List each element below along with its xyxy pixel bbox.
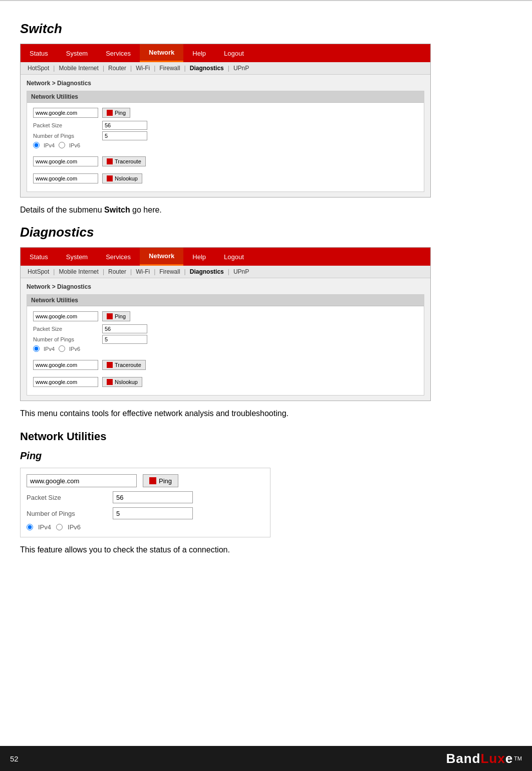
ipv6-radio-1[interactable] [59, 142, 65, 148]
diagnostics-screenshot: Status System Services Network Help Logo… [20, 247, 431, 401]
sub-firewall-1[interactable]: Firewall [157, 65, 182, 72]
ping-large-btn-label: Ping [159, 477, 172, 485]
sub-hotspot-2[interactable]: HotSpot [26, 268, 51, 275]
sub-firewall-2[interactable]: Firewall [157, 268, 182, 275]
ping-btn-label-1: Ping [115, 110, 126, 116]
nav-network-1[interactable]: Network [140, 44, 183, 62]
ping-large-btn-icon [149, 477, 156, 484]
nav-system-1[interactable]: System [57, 44, 97, 62]
traceroute-row-2: Traceroute [33, 360, 418, 370]
ipv4-radio-2[interactable] [33, 345, 40, 352]
ping-large-button[interactable]: Ping [143, 474, 178, 487]
ping-btn-label-2: Ping [115, 313, 126, 319]
ping-num-row: Number of Pings [27, 507, 264, 519]
traceroute-button-2[interactable]: Traceroute [102, 360, 146, 370]
nav-network-2[interactable]: Network [140, 248, 183, 266]
breadcrumb-1: Network > Diagnostics [27, 80, 424, 87]
nav-services-2[interactable]: Services [97, 248, 140, 266]
sub-wifi-2[interactable]: Wi-Fi [134, 268, 152, 275]
sub-diagnostics-1[interactable]: Diagnostics [188, 65, 226, 72]
brand-text: BandLuxe [446, 751, 513, 766]
ping-packet-size-input[interactable] [113, 491, 193, 503]
switch-description: Details of the submenu Switch go here. [20, 206, 512, 215]
breadcrumb-2: Network > Diagnostics [27, 283, 424, 290]
nav-services-1[interactable]: Services [97, 44, 140, 62]
ping-ipv4-radio[interactable] [27, 524, 33, 530]
ping-url-input-1[interactable] [33, 108, 98, 118]
ping-button-2[interactable]: Ping [102, 311, 130, 321]
sub-upnp-2[interactable]: UPnP [231, 268, 251, 275]
nav-status-1[interactable]: Status [21, 44, 57, 62]
nav-help-1[interactable]: Help [183, 44, 215, 62]
nav-help-2[interactable]: Help [183, 248, 215, 266]
utilities-box-2: Network Utilities Ping Packet Size [27, 294, 424, 396]
ipv6-radio-2[interactable] [59, 345, 65, 352]
content-area-1: Network > Diagnostics Network Utilities … [21, 75, 430, 197]
nslookup-row-1: Nslookup [33, 173, 418, 183]
sub-hotspot-1[interactable]: HotSpot [26, 65, 51, 72]
nslookup-button-2[interactable]: Nslookup [102, 377, 142, 387]
utilities-body-1: Ping Packet Size Number of Pings [27, 103, 424, 191]
ping-ipv6-label: IPv6 [68, 523, 81, 531]
traceroute-input-1[interactable] [33, 156, 98, 166]
traceroute-btn-label-2: Traceroute [115, 362, 141, 368]
sub-upnp-1[interactable]: UPnP [231, 65, 251, 72]
ping-ui-section: Ping Packet Size Number of Pings IPv4 IP… [20, 468, 271, 537]
ping-url-large[interactable] [27, 474, 137, 487]
nav-status-2[interactable]: Status [21, 248, 57, 266]
ping-num-label: Number of Pings [27, 510, 107, 517]
traceroute-row-1: Traceroute [33, 156, 418, 166]
packet-size-input-1[interactable] [102, 121, 147, 130]
ping-num-input[interactable] [113, 507, 193, 519]
brand-lux: Lux [480, 751, 505, 766]
nav-logout-2[interactable]: Logout [215, 248, 253, 266]
diagnostics-section-title: Diagnostics [20, 225, 512, 240]
num-pings-row-1: Number of Pings [33, 131, 418, 140]
diagnostics-description: This menu contains tools for effective n… [20, 409, 512, 418]
ping-main-row: Ping [27, 474, 264, 487]
packet-size-label-2: Packet Size [33, 326, 98, 332]
ipv4-label-1: IPv4 [44, 142, 55, 148]
ping-btn-icon-2 [107, 313, 113, 319]
num-pings-input-1[interactable] [102, 131, 147, 140]
ipv4-radio-1[interactable] [33, 142, 40, 148]
traceroute-btn-icon-1 [107, 158, 113, 164]
packet-size-input-2[interactable] [102, 324, 147, 333]
packet-size-row-1: Packet Size [33, 121, 418, 130]
nav-bar-1: Status System Services Network Help Logo… [21, 44, 430, 62]
utilities-box-1: Network Utilities Ping Packet Size [27, 91, 424, 192]
ipv6-label-2: IPv6 [69, 346, 80, 352]
nslookup-button-1[interactable]: Nslookup [102, 173, 142, 183]
sub-router-2[interactable]: Router [106, 268, 128, 275]
sub-wifi-1[interactable]: Wi-Fi [134, 65, 152, 72]
nav-logout-1[interactable]: Logout [215, 44, 253, 62]
nslookup-btn-label-1: Nslookup [115, 175, 138, 181]
sub-diagnostics-2[interactable]: Diagnostics [188, 268, 226, 275]
traceroute-btn-label-1: Traceroute [115, 158, 141, 164]
ping-description: This feature allows you to check the sta… [20, 545, 512, 554]
sub-mobileinternet-1[interactable]: Mobile Internet [57, 65, 100, 72]
ping-button-1[interactable]: Ping [102, 108, 130, 118]
nslookup-row-2: Nslookup [33, 377, 418, 387]
ipv6-label-1: IPv6 [69, 142, 80, 148]
ping-packet-size-row: Packet Size [27, 491, 264, 503]
network-utilities-title: Network Utilities [20, 430, 512, 443]
sub-router-1[interactable]: Router [106, 65, 128, 72]
ping-url-input-2[interactable] [33, 311, 98, 321]
nslookup-input-1[interactable] [33, 173, 98, 183]
traceroute-button-1[interactable]: Traceroute [102, 156, 146, 166]
ping-section-title: Ping [20, 450, 512, 462]
ip-version-row-2: IPv4 IPv6 [33, 345, 418, 352]
content-area-2: Network > Diagnostics Network Utilities … [21, 278, 430, 401]
sub-nav-2: HotSpot | Mobile Internet | Router | Wi-… [21, 266, 430, 278]
brand-e: e [505, 751, 513, 766]
traceroute-input-2[interactable] [33, 360, 98, 370]
ping-ip-version-row: IPv4 IPv6 [27, 523, 264, 531]
ping-input-row-1: Ping [33, 108, 418, 118]
nav-system-2[interactable]: System [57, 248, 97, 266]
nslookup-input-2[interactable] [33, 377, 98, 387]
num-pings-input-2[interactable] [102, 335, 147, 344]
num-pings-label-1: Number of Pings [33, 133, 98, 139]
ping-ipv6-radio[interactable] [56, 524, 63, 530]
sub-mobileinternet-2[interactable]: Mobile Internet [57, 268, 100, 275]
